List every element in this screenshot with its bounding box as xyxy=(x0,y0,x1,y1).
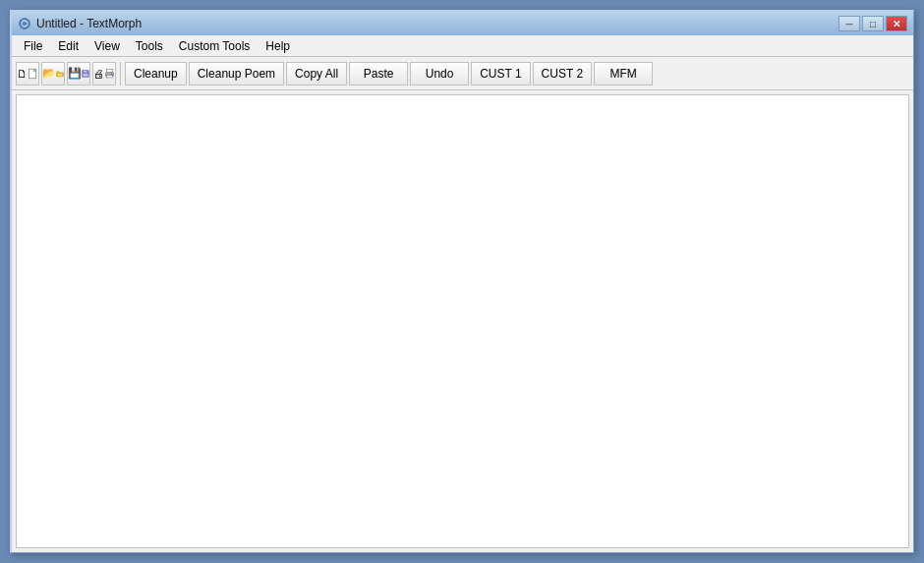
svg-rect-9 xyxy=(111,74,113,75)
svg-rect-5 xyxy=(87,70,87,72)
toolbar-separator xyxy=(120,62,121,85)
menu-custom-tools[interactable]: Custom Tools xyxy=(171,37,258,55)
main-window: Untitled - TextMorph ─ □ ✕ File Edit Vie… xyxy=(10,10,914,553)
copy-all-button[interactable]: Copy All xyxy=(286,62,347,85)
cust1-button[interactable]: CUST 1 xyxy=(471,62,530,85)
new-button[interactable] xyxy=(16,62,39,85)
svg-rect-7 xyxy=(106,69,112,72)
title-bar-left: Untitled - TextMorph xyxy=(18,17,142,30)
title-bar: Untitled - TextMorph ─ □ ✕ xyxy=(12,12,913,35)
cleanup-poem-button[interactable]: Cleanup Poem xyxy=(189,62,284,85)
toolbar: Cleanup Cleanup Poem Copy All Paste Undo… xyxy=(12,57,913,90)
window-title: Untitled - TextMorph xyxy=(36,17,142,30)
menu-view[interactable]: View xyxy=(87,37,128,55)
minimize-button[interactable]: ─ xyxy=(838,16,860,31)
paste-button[interactable]: Paste xyxy=(349,62,408,85)
menu-help[interactable]: Help xyxy=(258,37,298,55)
mfm-button[interactable]: MFM xyxy=(594,62,653,85)
main-text-area[interactable] xyxy=(16,94,909,548)
undo-button[interactable]: Undo xyxy=(410,62,469,85)
app-icon xyxy=(18,17,31,30)
svg-rect-4 xyxy=(83,74,88,77)
cust2-button[interactable]: CUST 2 xyxy=(533,62,592,85)
maximize-button[interactable]: □ xyxy=(862,16,884,31)
print-button[interactable] xyxy=(92,62,116,85)
cleanup-button[interactable]: Cleanup xyxy=(125,62,187,85)
menu-file[interactable]: File xyxy=(16,37,50,55)
menu-tools[interactable]: Tools xyxy=(128,37,171,55)
open-button[interactable] xyxy=(41,62,65,85)
svg-rect-8 xyxy=(106,75,112,77)
menu-bar: File Edit View Tools Custom Tools Help xyxy=(12,35,913,57)
svg-rect-3 xyxy=(84,70,87,72)
save-button[interactable] xyxy=(67,62,90,85)
menu-edit[interactable]: Edit xyxy=(50,37,87,55)
window-controls: ─ □ ✕ xyxy=(838,16,907,31)
close-button[interactable]: ✕ xyxy=(886,16,907,31)
